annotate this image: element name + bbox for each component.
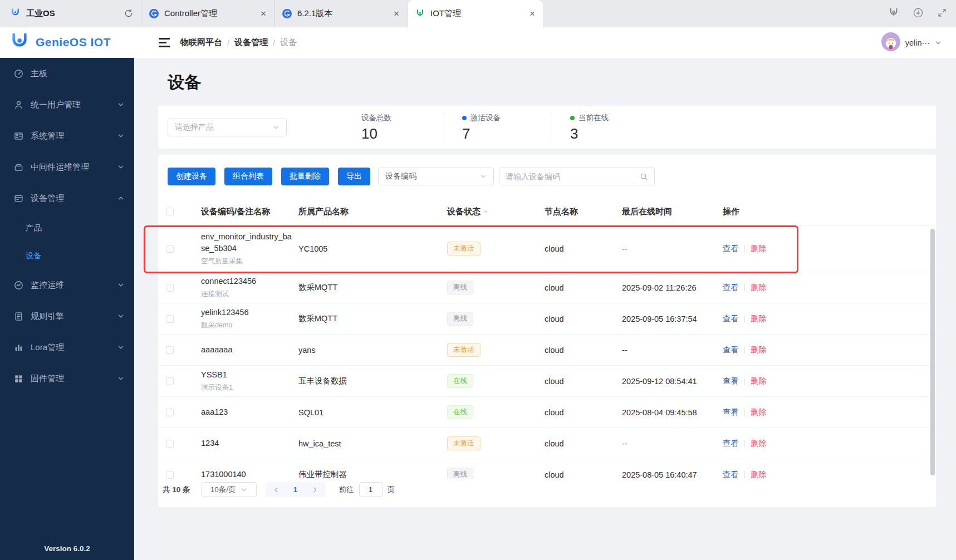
view-link[interactable]: 查看 [723, 469, 739, 479]
status-badge: 未激活 [447, 242, 481, 256]
delete-link[interactable]: 删除 [751, 376, 767, 386]
search-input[interactable] [506, 172, 640, 181]
browser-tab-1[interactable]: Controller管理× [141, 0, 274, 27]
sidebar-item-label: 统一用户管理 [31, 100, 81, 110]
chevron-down-icon [117, 375, 124, 382]
status-badge: 未激活 [447, 436, 481, 450]
row-actions: 查看删除 [723, 345, 936, 355]
combo-list-button[interactable]: 组合列表 [224, 168, 272, 185]
view-link[interactable]: 查看 [723, 407, 739, 417]
last-online-time: -- [622, 346, 723, 355]
row-checkbox[interactable] [166, 377, 174, 385]
last-online-time: 2025-09-02 11:26:26 [622, 283, 723, 292]
stat-2: 激活设备7 [462, 113, 501, 143]
sidebar-subitem-产品[interactable]: 产品 [0, 214, 134, 242]
row-checkbox[interactable] [166, 284, 174, 292]
delete-link[interactable]: 删除 [751, 313, 767, 324]
stat-label: 设备总数 [361, 113, 391, 123]
sidebar-item-5[interactable]: 设备管理 [0, 183, 134, 214]
view-link[interactable]: 查看 [723, 345, 739, 355]
view-link[interactable]: 查看 [723, 376, 739, 386]
current-page[interactable]: 1 [293, 485, 298, 494]
view-link[interactable]: 查看 [723, 313, 739, 324]
row-checkbox[interactable] [166, 315, 174, 323]
browser-tab-3[interactable]: IOT管理× [407, 0, 543, 27]
view-link[interactable]: 查看 [723, 438, 739, 449]
table-row: aaa123SQL01在线cloud2025-08-04 09:45:58查看删… [158, 397, 936, 428]
download-icon[interactable] [913, 7, 924, 21]
table-header: 设备编码/备注名称 所属产品名称 设备状态 节点名称 最后在线时间 操作 [158, 198, 936, 225]
row-checkbox[interactable] [166, 409, 174, 416]
sidebar-item-6[interactable]: 监控运维 [0, 269, 134, 301]
browser-tab-2[interactable]: 6.2.1版本× [274, 0, 407, 27]
browser-tabs: Controller管理×6.2.1版本×IOT管理× [141, 0, 543, 27]
sidebar-item-1[interactable]: 主板 [0, 58, 134, 89]
sidebar-item-7[interactable]: 规则引擎 [0, 301, 134, 332]
delete-link[interactable]: 删除 [751, 469, 767, 479]
device-cell: YSSB1演示设备1 [201, 369, 298, 392]
page-size-select[interactable]: 10条/页 [202, 482, 257, 497]
sidebar-item-3[interactable]: 系统管理 [0, 120, 134, 151]
table-row: connect123456连接测试数采MQTT离线cloud2025-09-02… [158, 272, 936, 303]
table-row: 1234hw_ica_test未激活cloud--查看删除 [158, 428, 936, 459]
sidebar-item-4[interactable]: 中间件运维管理 [0, 151, 134, 183]
last-online-time: -- [622, 244, 723, 253]
row-actions: 查看删除 [723, 376, 936, 386]
delete-link[interactable]: 删除 [751, 243, 767, 254]
delete-link[interactable]: 删除 [751, 438, 767, 449]
home-tab[interactable]: 工业OS [10, 0, 55, 27]
breadcrumb-item[interactable]: 物联网平台 [180, 37, 222, 48]
sidebar-collapse-icon[interactable] [159, 38, 170, 47]
sidebar-item-9[interactable]: 固件管理 [0, 363, 134, 394]
chevron-down-icon [117, 101, 124, 108]
device-code: aaaaaaa [201, 344, 295, 356]
tab-close-icon[interactable]: × [394, 9, 399, 18]
next-page-icon[interactable] [312, 487, 318, 493]
delete-link[interactable]: 删除 [751, 407, 767, 417]
device-code: yelink123456 [201, 307, 295, 318]
tab-close-icon[interactable]: × [261, 9, 266, 18]
row-checkbox[interactable] [166, 245, 174, 253]
user-menu[interactable]: yelin··· [881, 27, 942, 58]
goto-unit: 页 [388, 485, 395, 495]
breadcrumb-item[interactable]: 设备管理 [234, 37, 268, 48]
row-checkbox[interactable] [166, 471, 174, 479]
product-name: 数采MQTT [298, 282, 447, 293]
delete-link[interactable]: 删除 [751, 345, 767, 355]
device-note: 连接测试 [201, 289, 298, 299]
column-header: 所属产品名称 [298, 207, 447, 217]
device-note: 演示设备1 [201, 382, 298, 392]
expand-icon[interactable] [937, 8, 947, 20]
delete-link[interactable]: 删除 [751, 282, 767, 293]
batch-delete-button[interactable]: 批量删除 [281, 168, 329, 185]
row-checkbox[interactable] [166, 346, 174, 354]
sidebar-item-8[interactable]: Lora管理 [0, 332, 134, 363]
genieos-shield-icon[interactable] [888, 7, 899, 21]
last-online-time: 2025-08-04 09:45:58 [622, 408, 723, 417]
view-link[interactable]: 查看 [723, 243, 739, 254]
search-icon[interactable] [640, 173, 648, 181]
tab-close-icon[interactable]: × [530, 9, 535, 18]
product-select[interactable]: 请选择产品 [168, 119, 287, 136]
table-scrollbar[interactable] [930, 229, 935, 475]
reload-icon[interactable] [124, 8, 134, 21]
goto-page-input[interactable] [359, 482, 383, 497]
status-badge: 离线 [447, 468, 473, 479]
search-type-select[interactable]: 设备编码 [378, 168, 494, 185]
table-row: YSSB1演示设备1五丰设备数据在线cloud2025-09-12 08:54:… [158, 366, 936, 397]
prev-page-icon[interactable] [273, 487, 280, 493]
dashboard-icon [14, 69, 23, 78]
select-all-checkbox[interactable] [166, 208, 174, 215]
device-cell: aaaaaaa [201, 344, 298, 356]
export-button[interactable]: 导出 [338, 168, 370, 185]
device-note: 数采demo [201, 320, 298, 330]
sidebar-item-2[interactable]: 统一用户管理 [0, 89, 134, 120]
tab-label: Controller管理 [164, 8, 217, 19]
create-device-button[interactable]: 创建设备 [168, 168, 215, 185]
last-online-time: 2025-09-12 08:54:41 [622, 377, 723, 386]
sidebar-subitem-设备[interactable]: 设备 [0, 242, 134, 269]
row-checkbox[interactable] [166, 440, 174, 448]
column-header-status[interactable]: 设备状态 [447, 207, 545, 217]
view-link[interactable]: 查看 [723, 282, 739, 293]
stats-card: 请选择产品 设备总数10激活设备7当前在线3 [158, 106, 936, 149]
